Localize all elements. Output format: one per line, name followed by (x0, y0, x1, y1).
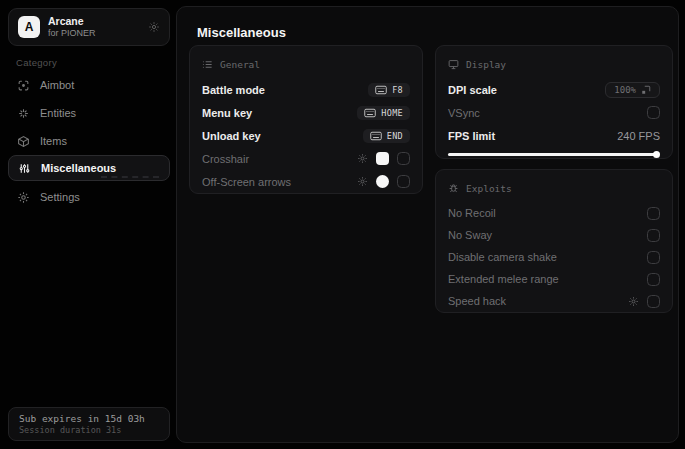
keybind-button-unload-key[interactable]: END (363, 129, 410, 143)
gear-icon[interactable] (357, 153, 368, 164)
brand-text: Arcane for PIONER (48, 15, 140, 39)
setting-label: No Recoil (448, 207, 496, 219)
sidebar-item-label: Items (40, 135, 67, 147)
sidebar-item-label: Miscellaneous (41, 162, 116, 174)
gear-icon[interactable] (148, 21, 160, 33)
scale-icon (641, 85, 651, 95)
color-swatch[interactable] (376, 152, 389, 165)
dpi-scale-value: 100% (614, 85, 636, 95)
setting-row-fps-limit: FPS limit 240 FPS (448, 124, 660, 147)
cube-icon (17, 135, 30, 148)
setting-row-no-sway: No Sway (448, 224, 660, 246)
sub-expires-text: Sub expires in 15d 03h (19, 413, 159, 424)
setting-label: Unload key (202, 130, 261, 142)
dpi-scale-select[interactable]: 100% (605, 82, 660, 98)
keyboard-icon (375, 85, 387, 95)
setting-row-vsync: VSync (448, 101, 660, 124)
extended-melee-range-checkbox[interactable] (647, 273, 660, 286)
fps-slider-fill (448, 153, 656, 156)
sidebar-item-entities[interactable]: Entities (0, 99, 176, 127)
gear-icon (17, 191, 30, 204)
brand-subtitle: for PIONER (48, 28, 140, 39)
setting-row-disable-camera-shake: Disable camera shake (448, 246, 660, 268)
session-duration-text: Session duration 31s (19, 425, 159, 435)
setting-row-battle-mode: Battle mode F8 (202, 78, 410, 101)
sidebar-item-aimbot[interactable]: Aimbot (0, 71, 176, 99)
sidebar-item-items[interactable]: Items (0, 127, 176, 155)
dashed-decoration (101, 176, 159, 178)
crosshair-checkbox[interactable] (397, 152, 410, 165)
setting-row-unload-key: Unload key END (202, 124, 410, 147)
general-panel: General Battle mode F8 Menu key HOME (189, 45, 423, 194)
offscreen-arrows-checkbox[interactable] (397, 175, 410, 188)
no-recoil-checkbox[interactable] (647, 207, 660, 220)
crosshair-scan-icon (17, 79, 30, 92)
setting-label: Extended melee range (448, 273, 559, 285)
slider-thumb[interactable] (653, 151, 660, 158)
sliders-icon (18, 162, 31, 175)
speed-hack-checkbox[interactable] (647, 295, 660, 308)
entities-icon (17, 107, 30, 120)
sidebar-item-settings[interactable]: Settings (0, 183, 176, 211)
subscription-card: Sub expires in 15d 03h Session duration … (8, 407, 170, 441)
setting-row-crosshair: Crosshair (202, 147, 410, 170)
setting-label: Disable camera shake (448, 251, 557, 263)
general-panel-header: General (202, 55, 410, 73)
gear-icon[interactable] (628, 296, 639, 307)
keybind-value: HOME (381, 108, 403, 118)
page-title: Miscellaneous (197, 25, 286, 40)
panel-title: Display (466, 59, 506, 70)
setting-label: Battle mode (202, 84, 265, 96)
setting-row-offscreen-arrows: Off-Screen arrows (202, 170, 410, 193)
fps-limit-value: 240 FPS (617, 130, 660, 142)
setting-label: Speed hack (448, 295, 506, 307)
sidebar-nav: Aimbot Entities Items Miscellaneous (0, 71, 176, 211)
category-label: Category (16, 57, 57, 68)
setting-row-speed-hack: Speed hack (448, 290, 660, 312)
monitor-icon (448, 59, 459, 70)
color-swatch[interactable] (376, 175, 389, 188)
main-panel: Miscellaneous General Battle mode F8 (176, 6, 679, 443)
setting-label: Off-Screen arrows (202, 176, 291, 188)
keyboard-icon (370, 131, 382, 141)
no-sway-checkbox[interactable] (647, 229, 660, 242)
brand-name: Arcane (48, 15, 140, 28)
setting-label: DPI scale (448, 84, 497, 96)
sidebar: A Arcane for PIONER Category Aimbot (0, 0, 176, 449)
display-panel: Display DPI scale 100% VSync FPS limit 2… (435, 45, 673, 159)
disable-camera-shake-checkbox[interactable] (647, 251, 660, 264)
keybind-button-menu-key[interactable]: HOME (357, 106, 410, 120)
setting-row-menu-key: Menu key HOME (202, 101, 410, 124)
setting-label: Menu key (202, 107, 252, 119)
gear-icon[interactable] (357, 176, 368, 187)
sidebar-item-label: Entities (40, 107, 76, 119)
panel-title: General (220, 59, 260, 70)
sidebar-item-label: Settings (40, 191, 80, 203)
fps-limit-slider[interactable] (448, 151, 660, 158)
setting-label: Crosshair (202, 153, 249, 165)
keybind-value: F8 (392, 85, 403, 95)
sidebar-item-miscellaneous[interactable]: Miscellaneous (8, 155, 170, 181)
setting-label: No Sway (448, 229, 492, 241)
keybind-value: END (387, 131, 403, 141)
exploits-panel-header: Exploits (448, 179, 660, 197)
brand-logo: A (18, 16, 40, 38)
brand-card: A Arcane for PIONER (8, 8, 170, 46)
display-panel-header: Display (448, 55, 660, 73)
setting-row-no-recoil: No Recoil (448, 202, 660, 224)
setting-row-dpi-scale: DPI scale 100% (448, 78, 660, 101)
bug-icon (448, 183, 459, 194)
setting-row-extended-melee-range: Extended melee range (448, 268, 660, 290)
keyboard-icon (364, 108, 376, 118)
panel-title: Exploits (466, 183, 512, 194)
list-icon (202, 59, 213, 70)
setting-label: FPS limit (448, 130, 495, 142)
exploits-panel: Exploits No Recoil No Sway Disable camer… (435, 169, 673, 313)
vsync-checkbox[interactable] (647, 106, 660, 119)
sidebar-item-label: Aimbot (40, 79, 74, 91)
setting-label: VSync (448, 107, 480, 119)
keybind-button-battle-mode[interactable]: F8 (368, 83, 410, 97)
